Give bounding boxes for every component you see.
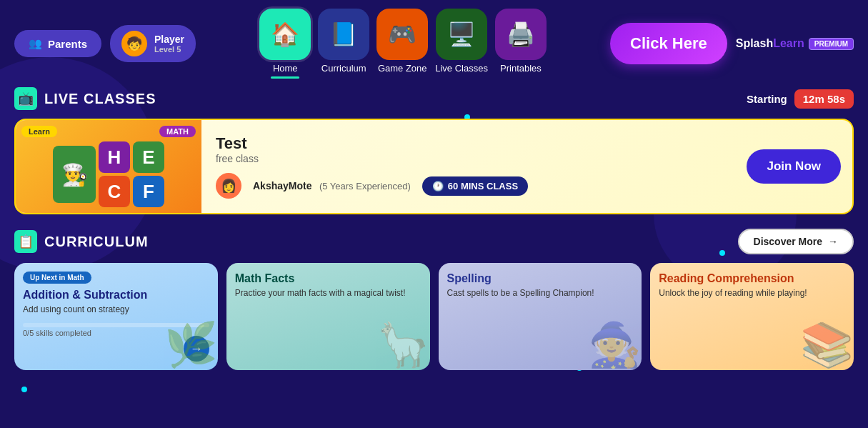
curriculum-subtitle-4: Unlock the joy of reading while playing! <box>650 285 854 301</box>
curriculum-section-icon: 📋 <box>14 230 37 253</box>
parents-label: Parents <box>48 38 87 50</box>
liveclasses-icon-wrap: 🖥️ <box>436 9 487 60</box>
starting-label: Starting <box>747 93 787 105</box>
class-info: Test free class 👩 AkshayMote (5 Years Ex… <box>201 123 747 210</box>
nav-item-printables[interactable]: 🖨️ Printables <box>495 9 547 79</box>
player-info: Player Level 5 <box>154 34 184 54</box>
splashlearn-logo: SplashLearn PREMIUM <box>736 37 854 50</box>
letter-block-E: E <box>133 141 164 173</box>
printables-icon-wrap: 🖨️ <box>495 9 547 60</box>
curriculum-title-2: Math Facts <box>226 272 430 285</box>
curriculum-deco-1: 🌿 <box>164 319 218 370</box>
gamezone-icon: 🎮 <box>388 21 416 48</box>
curriculum-title-1: Addition & Subtraction <box>14 288 218 302</box>
discover-more-button[interactable]: Discover More → <box>738 229 854 254</box>
premium-badge: PREMIUM <box>809 38 854 50</box>
class-meta: 👩 AkshayMote (5 Years Experienced) 🕐 60 … <box>216 173 732 199</box>
nav-item-gamezone[interactable]: 🎮 Game Zone <box>376 9 428 79</box>
curriculum-header: 📋 CURRICULUM Discover More → <box>14 229 854 254</box>
curriculum-subtitle-3: Cast spells to be a Spelling Champion! <box>439 285 642 301</box>
curriculum-icon: 📘 <box>329 21 358 48</box>
splashlearn-text: SplashLearn <box>736 37 804 50</box>
class-title: Test <box>216 134 732 153</box>
duration-badge: 🕐 60 MINS CLASS <box>422 176 528 196</box>
join-now-button[interactable]: Join Now <box>747 149 841 184</box>
curriculum-icon-wrap: 📘 <box>318 9 369 60</box>
duration-text: 60 MINS CLASS <box>448 181 518 191</box>
curriculum-badge-1: Up Next in Math <box>23 272 91 284</box>
printables-icon: 🖨️ <box>507 21 535 48</box>
teacher-exp: (5 Years Experienced) <box>319 181 411 191</box>
parents-icon: 👥 <box>29 37 42 50</box>
gamezone-icon-wrap: 🎮 <box>376 9 428 60</box>
home-icon-wrap: 🏠 <box>259 9 311 60</box>
curriculum-title-4: Reading Comprehension <box>650 272 854 285</box>
live-classes-title-group: 📺 LIVE CLASSES <box>14 87 156 110</box>
curriculum-title-group: 📋 CURRICULUM <box>14 230 149 253</box>
curriculum-card-spelling[interactable]: Spelling Cast spells to be a Spelling Ch… <box>439 263 642 370</box>
clock-icon: 🕐 <box>432 181 444 191</box>
liveclasses-label: Live Classes <box>435 63 488 74</box>
player-name: Player <box>154 34 184 45</box>
curriculum-card-mathfacts[interactable]: Math Facts Practice your math facts with… <box>226 263 430 370</box>
curriculum-card-reading[interactable]: Reading Comprehension Unlock the joy of … <box>650 263 854 370</box>
nav-item-curriculum[interactable]: 📘 Curriculum <box>318 9 369 79</box>
player-level: Level 5 <box>154 45 184 54</box>
letter-block-F: F <box>133 176 164 207</box>
nav-item-home[interactable]: 🏠 Home <box>259 9 311 79</box>
liveclasses-icon: 🖥️ <box>447 21 476 48</box>
arrow-right-icon: → <box>828 236 838 247</box>
starting-info: Starting 12m 58s <box>747 89 854 109</box>
live-classes-section-icon: 📺 <box>14 87 37 110</box>
nav-item-liveclasses[interactable]: 🖥️ Live Classes <box>435 9 488 79</box>
letter-block-C: C <box>99 176 130 207</box>
gamezone-label: Game Zone <box>378 63 427 74</box>
home-label: Home <box>273 63 298 74</box>
curriculum-card-addition[interactable]: Up Next in Math Addition & Subtraction A… <box>14 263 218 370</box>
curriculum-title: CURRICULUM <box>44 234 149 250</box>
live-classes-header: 📺 LIVE CLASSES Starting 12m 58s <box>14 87 854 110</box>
discover-more-label: Discover More <box>754 236 822 247</box>
live-classes-title: LIVE CLASSES <box>44 91 156 107</box>
curriculum-deco-4: 📚 <box>800 319 854 370</box>
curriculum-cards: Up Next in Math Addition & Subtraction A… <box>14 263 854 370</box>
header: 👥 Parents 🧒 Player Level 5 🏠 Home 📘 Curr… <box>0 0 868 87</box>
timer-badge: 12m 58s <box>794 89 854 109</box>
clickhere-button[interactable]: Click Here <box>610 23 727 64</box>
main-content: 📺 LIVE CLASSES Starting 12m 58s Learn MA… <box>0 87 868 370</box>
teacher-avatar: 👩 <box>216 173 241 199</box>
live-class-card: Learn MATH 👨‍🍳 H C E F <box>14 119 854 214</box>
teacher-name: AkshayMote <box>253 180 311 191</box>
curriculum-subtitle-2: Practice your math facts with a magical … <box>226 285 430 301</box>
curriculum-deco-2: 🦙 <box>376 319 430 370</box>
printables-label: Printables <box>500 63 542 74</box>
curriculum-deco-3: 🧙 <box>588 319 642 370</box>
curriculum-section: 📋 CURRICULUM Discover More → Up Next in … <box>14 229 854 370</box>
teacher-details: AkshayMote (5 Years Experienced) <box>253 179 411 192</box>
letter-block-H: H <box>99 141 130 173</box>
curriculum-title-3: Spelling <box>439 272 642 285</box>
avatar: 🧒 <box>121 31 147 56</box>
navigation: 🏠 Home 📘 Curriculum 🎮 Game Zone 🖥️ Live … <box>204 9 602 79</box>
class-thumbnail: Learn MATH 👨‍🍳 H C E F <box>16 120 201 213</box>
thumbnail-learn-label: Learn <box>21 126 57 137</box>
thumbnail-math-label: MATH <box>159 126 196 137</box>
curriculum-label: Curriculum <box>321 63 366 74</box>
parents-button[interactable]: 👥 Parents <box>14 30 101 57</box>
curriculum-subtitle-1: Add using count on strategy <box>14 302 218 317</box>
home-icon: 🏠 <box>271 21 299 48</box>
home-underline <box>271 76 299 79</box>
class-subtitle: free class <box>216 153 732 164</box>
player-button[interactable]: 🧒 Player Level 5 <box>110 25 196 62</box>
